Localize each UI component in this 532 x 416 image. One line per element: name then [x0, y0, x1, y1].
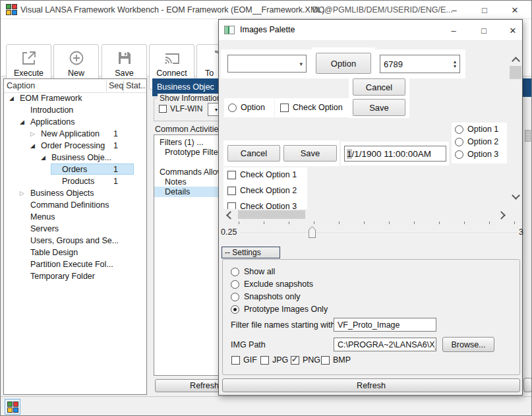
option-radio[interactable] [228, 104, 237, 112]
combo-caret-icon[interactable]: ▾ [299, 61, 303, 67]
check-option2-checkbox[interactable] [227, 187, 236, 195]
column-caption[interactable]: Caption [7, 81, 35, 90]
execute-icon [20, 49, 38, 67]
tree-row[interactable]: Users, Groups and Se... [7, 235, 146, 247]
window-title: Visual LANSA Framework Workbench - EOM F… [20, 5, 324, 15]
list-item[interactable]: Filters (1) ... [160, 138, 204, 148]
combo-caret-icon: ▾ [215, 107, 218, 113]
slider-track[interactable] [240, 233, 517, 234]
tree-row[interactable]: ▷ New Application 1 [7, 128, 146, 140]
visual-lansa-workbench-window: Visual LANSA Framework Workbench - EOM F… [0, 0, 532, 416]
option-button[interactable]: Option [316, 53, 371, 74]
cancel-button[interactable]: Cancel [353, 78, 405, 96]
tree-row[interactable]: Command Definitions [7, 199, 146, 211]
tree-row[interactable]: ◢ Order Processing 1 [7, 140, 146, 152]
main-titlebar: Visual LANSA Framework Workbench - EOM F… [1, 1, 532, 19]
list-item[interactable]: Notes [165, 177, 187, 187]
tree-row[interactable]: Partition Execute Fol... [7, 258, 146, 270]
scroll-up-icon[interactable] [512, 57, 520, 65]
check-option3-checkbox[interactable] [227, 202, 236, 209]
settings-toggle-button[interactable]: -- Settings [222, 247, 280, 258]
expander-closed-icon[interactable]: ▷ [30, 128, 35, 140]
prototype-images-only-radio[interactable] [231, 305, 239, 314]
option2-radio[interactable] [455, 138, 463, 146]
settings-group: Show all Exclude snapshots Snapshots onl… [222, 259, 520, 375]
bmp-checkbox[interactable] [321, 356, 330, 365]
column-divider[interactable] [123, 80, 124, 92]
slider-min-label: 0.25 [221, 227, 237, 237]
tree-row[interactable]: Servers [7, 223, 146, 235]
app-icon [6, 4, 17, 15]
column-seq[interactable]: Seq [109, 81, 123, 90]
expander-closed-icon[interactable]: ▷ [20, 187, 24, 199]
expander-open-icon[interactable]: ◢ [30, 140, 35, 152]
tree-row-selected[interactable]: Orders 1 [7, 163, 146, 175]
spinner-field[interactable]: 6789 ▴ ▾ [380, 55, 460, 73]
option3-radio[interactable] [455, 150, 463, 159]
tree-row[interactable]: Temporary Folder [7, 270, 146, 282]
tree-row[interactable]: ◢ Applications [7, 116, 146, 128]
connect-icon [163, 49, 181, 67]
save-button-2[interactable]: Save [283, 145, 337, 162]
png-checkbox[interactable]: ✓ [291, 356, 299, 365]
list-item[interactable]: Commands Allowed [160, 167, 222, 177]
list-item-selected[interactable]: Details [165, 187, 190, 197]
vlf-win-label: VLF-WIN [170, 104, 202, 113]
save-button[interactable]: Save [353, 99, 405, 116]
dialog-maximize-button[interactable]: □ [471, 20, 497, 41]
browse-button[interactable]: Browse... [442, 337, 494, 352]
new-icon [68, 49, 85, 67]
tree-row[interactable]: ▷ Business Objects [7, 187, 146, 199]
close-button[interactable]: ✕ [500, 1, 529, 19]
tree-row[interactable]: ◢ Business Obje... [7, 152, 146, 163]
show-all-radio[interactable] [231, 268, 239, 276]
gif-checkbox[interactable] [231, 356, 240, 365]
expander-open-icon[interactable]: ◢ [20, 116, 24, 128]
tree-column-header[interactable]: Caption Seq Stat.. [4, 79, 146, 93]
refresh-button[interactable]: Refresh [222, 378, 520, 392]
palette-icon [7, 401, 18, 413]
palette-combobox[interactable]: ▾ [227, 55, 307, 73]
jpg-checkbox[interactable] [260, 356, 269, 365]
filter-label: Filter file names starting with [231, 320, 335, 330]
tree-row[interactable]: Products 1 [7, 175, 146, 187]
tree-row[interactable]: Introduction [7, 104, 146, 116]
vertical-scrollbar-thumb[interactable] [510, 66, 521, 79]
slider-thumb[interactable] [309, 226, 316, 238]
scroll-left-icon[interactable] [226, 211, 235, 220]
spin-down-icon[interactable]: ▾ [454, 64, 456, 69]
right-panel-header-sliver [523, 78, 532, 97]
workbench-taskbar-icon[interactable] [5, 399, 20, 415]
check-group-card: Check Option 1 Check Option 2 Check Opti… [223, 167, 307, 209]
snapshots-only-radio[interactable] [231, 293, 239, 301]
scroll-right-icon[interactable] [497, 211, 506, 220]
images-palette-icon [224, 26, 235, 34]
column-status[interactable]: Stat.. [126, 81, 145, 90]
check-option-checkbox[interactable] [280, 104, 289, 112]
minimize-button[interactable]: – [440, 1, 469, 19]
exclude-snapshots-radio[interactable] [231, 280, 239, 289]
option1-radio[interactable] [455, 125, 463, 134]
check-option1-checkbox[interactable] [227, 171, 236, 179]
vlf-win-checkbox[interactable] [159, 105, 167, 113]
cancel-button-2[interactable]: Cancel [227, 145, 280, 162]
maximize-button[interactable]: □ [470, 1, 499, 19]
img-path-input[interactable]: C:\PROGRA~2\LANSA6\X_WIN9 [334, 338, 436, 351]
column-divider[interactable] [106, 80, 107, 92]
horizontal-scrollbar-thumb[interactable] [238, 210, 305, 219]
scroll-down-icon[interactable] [512, 191, 520, 200]
expander-open-icon[interactable]: ◢ [9, 92, 14, 104]
slider-max-label: 3 [519, 227, 523, 237]
img-path-label: IMG Path [231, 340, 266, 349]
dialog-minimize-button[interactable]: – [440, 20, 467, 41]
dialog-close-button[interactable]: ✕ [500, 20, 526, 41]
datetime-field[interactable]: 1/1/1900 11:00:00AM [344, 146, 446, 162]
scrollbar-thumb[interactable] [525, 130, 531, 142]
status-bar [1, 396, 532, 416]
list-item[interactable]: Prototype Filter [165, 148, 221, 158]
tree-row[interactable]: ◢ EOM Framework [7, 92, 146, 104]
tree-row[interactable]: Menus [7, 211, 146, 223]
expander-open-icon[interactable]: ◢ [41, 152, 45, 163]
tree-row[interactable]: Table Design [7, 247, 146, 258]
filter-input[interactable]: VF_Proto_Image [334, 318, 436, 332]
